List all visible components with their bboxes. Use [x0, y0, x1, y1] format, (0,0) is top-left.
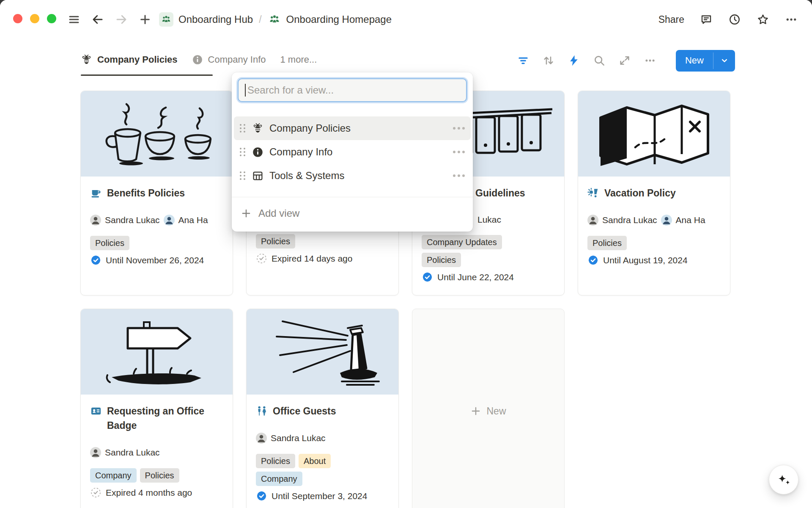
- tag: Company: [90, 468, 137, 483]
- card-status: Until August 19, 2024: [587, 254, 721, 266]
- more-ellipsis-icon[interactable]: [785, 13, 798, 26]
- person-name: Sandra Lukac: [105, 447, 160, 458]
- view-item-label: Company Info: [269, 146, 447, 158]
- bee-icon: [81, 54, 92, 66]
- filter-icon[interactable]: [517, 54, 529, 67]
- lighthouse-doodle: [253, 314, 392, 390]
- card-status: Until November 26, 2024: [90, 254, 223, 266]
- more-views-link[interactable]: 1 more...: [280, 54, 317, 65]
- card-office-badge[interactable]: Requesting an Office Badge Sandra Lukac …: [80, 309, 233, 508]
- card-tags: Policies: [587, 236, 721, 250]
- view-search-input[interactable]: [238, 78, 467, 102]
- avatar: [256, 433, 267, 444]
- plus-icon: [470, 406, 481, 417]
- status-text: Expired 14 days ago: [272, 254, 352, 264]
- info-icon: [252, 146, 263, 158]
- card-people: Lukac: [477, 215, 555, 225]
- view-item-company-policies[interactable]: Company Policies: [234, 116, 471, 140]
- folded-map-doodle: [584, 96, 724, 172]
- card-title-row: Vacation Policy: [587, 186, 721, 200]
- active-tab-underline: [81, 75, 213, 76]
- expired-check-icon: [256, 253, 267, 264]
- person-name: Sandra Lukac: [602, 215, 657, 225]
- breadcrumb-current[interactable]: Onboarding Homepage: [286, 14, 392, 25]
- ai-assistant-button[interactable]: [769, 465, 798, 494]
- status-text: Until September 3, 2024: [272, 491, 367, 501]
- card-title: Benefits Policies: [107, 186, 185, 200]
- view-options-ellipsis[interactable]: [453, 127, 465, 130]
- new-button[interactable]: New: [676, 50, 735, 72]
- verified-badge-icon: [587, 254, 599, 266]
- breadcrumb-root[interactable]: Onboarding Hub: [178, 14, 253, 25]
- card-office-guests[interactable]: Office Guests Sandra Lukac Policies Abou…: [246, 309, 399, 508]
- bee-icon: [252, 123, 263, 134]
- minimize-window-button[interactable]: [30, 14, 39, 23]
- verified-badge-icon: [422, 271, 433, 283]
- zoom-window-button[interactable]: [47, 14, 56, 23]
- card-cover: [247, 309, 398, 395]
- share-button[interactable]: Share: [658, 14, 684, 25]
- id-badge-icon: [90, 405, 102, 417]
- tab-label: Company Info: [208, 54, 266, 65]
- card-title: Office Guests: [273, 404, 336, 418]
- view-options-ellipsis[interactable]: [453, 151, 465, 153]
- comment-icon[interactable]: [700, 13, 713, 26]
- close-window-button[interactable]: [13, 14, 22, 23]
- person-name: Ana Ha: [178, 215, 208, 225]
- drag-handle-icon[interactable]: [240, 171, 245, 180]
- status-text: Until August 19, 2024: [603, 255, 688, 265]
- card-benefits-policies[interactable]: Benefits Policies Sandra Lukac Ana Ha Po…: [80, 91, 233, 295]
- new-card-placeholder[interactable]: New: [412, 309, 565, 508]
- two-people-icon: [256, 405, 268, 417]
- verified-badge-icon: [90, 254, 102, 266]
- breadcrumb-separator: /: [259, 14, 261, 25]
- card-status: Until September 3, 2024: [256, 490, 389, 502]
- tag: Company Updates: [422, 235, 502, 249]
- card-people: Sandra Lukac Ana Ha: [90, 215, 223, 226]
- sidebar-menu-icon[interactable]: [68, 13, 80, 26]
- view-options-ellipsis[interactable]: [453, 174, 465, 177]
- signpost-doodle: [87, 314, 227, 390]
- view-item-tools-systems[interactable]: Tools & Systems: [234, 164, 471, 188]
- back-arrow-icon[interactable]: [91, 13, 104, 26]
- search-icon[interactable]: [593, 54, 606, 67]
- tab-company-info[interactable]: Company Info: [192, 54, 266, 65]
- coffee-cup-icon: [90, 187, 102, 199]
- new-page-plus-icon[interactable]: [139, 13, 151, 26]
- tag: Policies: [256, 454, 295, 468]
- view-item-label: Tools & Systems: [269, 170, 447, 182]
- card-title: Vacation Policy: [604, 186, 676, 200]
- add-view-button[interactable]: Add view: [234, 201, 471, 226]
- drag-handle-icon[interactable]: [240, 124, 245, 133]
- automation-bolt-icon[interactable]: [568, 54, 580, 67]
- card-body: Office Guests Sandra Lukac Policies Abou…: [247, 395, 398, 502]
- team-icon: [268, 13, 281, 26]
- view-item-company-info[interactable]: Company Info: [234, 140, 471, 164]
- more-ellipsis-icon[interactable]: [644, 54, 656, 67]
- card-tags: Policies: [256, 234, 389, 248]
- favorite-star-icon[interactable]: [757, 13, 769, 26]
- drag-handle-icon[interactable]: [240, 148, 245, 156]
- view-tabs: Company Policies Company Info 1 more...: [81, 46, 317, 74]
- table-icon: [252, 170, 263, 182]
- text-cursor: [245, 84, 246, 97]
- info-icon: [192, 54, 203, 65]
- card-body: Benefits Policies Sandra Lukac Ana Ha Po…: [81, 177, 233, 266]
- tag: Policies: [587, 236, 627, 250]
- card-vacation-policy[interactable]: Vacation Policy Sandra Lukac Ana Ha Poli…: [578, 91, 730, 295]
- team-icon[interactable]: [159, 12, 173, 27]
- tab-label: Company Policies: [97, 54, 178, 65]
- expand-icon[interactable]: [618, 54, 631, 67]
- forward-arrow-icon[interactable]: [115, 13, 128, 26]
- chevron-down-icon[interactable]: [713, 50, 735, 72]
- avatar: [90, 215, 101, 226]
- card-status: Expired 14 days ago: [256, 253, 389, 264]
- avatar: [164, 215, 175, 226]
- sort-icon[interactable]: [542, 54, 555, 67]
- tag: About: [299, 454, 331, 468]
- tag: Policies: [140, 468, 179, 483]
- history-clock-icon[interactable]: [728, 13, 741, 26]
- card-title-row: Benefits Policies: [90, 186, 223, 200]
- tab-company-policies[interactable]: Company Policies: [81, 54, 178, 66]
- tag: Policies: [256, 234, 295, 248]
